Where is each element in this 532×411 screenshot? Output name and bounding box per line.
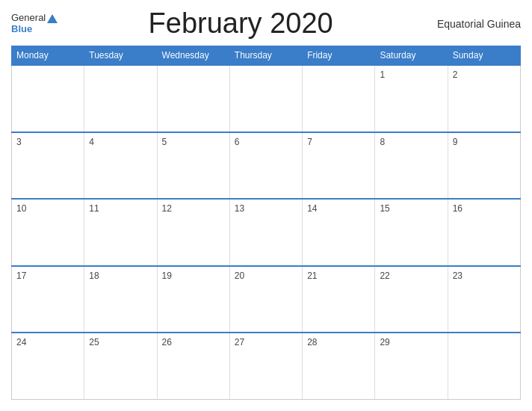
calendar-day-cell: 25 <box>84 333 157 400</box>
day-number: 29 <box>380 337 389 347</box>
calendar-day-header: Friday <box>303 46 375 66</box>
calendar-day-header: Tuesday <box>84 46 157 66</box>
calendar-day-cell <box>303 65 375 132</box>
day-number: 21 <box>307 271 317 281</box>
calendar-day-cell <box>12 65 84 132</box>
calendar-day-cell: 23 <box>448 266 520 333</box>
day-number: 17 <box>16 271 26 281</box>
calendar-day-cell: 9 <box>448 132 520 200</box>
day-number: 25 <box>89 337 99 347</box>
calendar-table: MondayTuesdayWednesdayThursdayFridaySatu… <box>11 46 521 400</box>
calendar-day-cell: 17 <box>12 266 84 333</box>
day-number: 6 <box>235 137 240 147</box>
calendar-day-cell: 2 <box>448 65 520 132</box>
calendar-day-cell: 28 <box>303 333 375 400</box>
logo: General Blue <box>11 13 58 34</box>
day-number: 20 <box>235 271 244 281</box>
day-number: 26 <box>162 337 172 347</box>
calendar-day-header: Wednesday <box>157 46 229 66</box>
calendar-day-cell: 3 <box>12 132 84 200</box>
page-header: General Blue February 2020 Equatorial Gu… <box>11 7 521 40</box>
day-number: 16 <box>453 203 463 214</box>
day-number: 8 <box>380 137 385 147</box>
logo-general-text: General <box>11 13 58 23</box>
calendar-day-cell: 11 <box>84 199 157 266</box>
calendar-week-row: 17181920212223 <box>12 266 521 333</box>
day-number: 14 <box>307 203 317 214</box>
logo-blue-text: Blue <box>11 24 58 34</box>
calendar-day-cell: 22 <box>375 266 448 333</box>
month-title: February 2020 <box>58 7 424 40</box>
day-number: 10 <box>16 203 26 214</box>
day-number: 4 <box>89 137 94 147</box>
day-number: 9 <box>453 137 458 147</box>
calendar-week-row: 3456789 <box>12 132 521 200</box>
day-number: 22 <box>380 271 389 281</box>
day-number: 23 <box>453 271 463 281</box>
calendar-day-cell: 12 <box>157 199 229 266</box>
logo-triangle-icon <box>47 14 58 23</box>
day-number: 24 <box>16 337 26 347</box>
calendar-week-row: 10111213141516 <box>12 199 521 266</box>
day-number: 2 <box>453 69 458 80</box>
calendar-day-header: Monday <box>12 46 84 66</box>
calendar-day-cell: 24 <box>12 333 84 400</box>
calendar-day-header: Sunday <box>448 46 520 66</box>
day-number: 5 <box>162 137 167 147</box>
calendar-day-cell: 15 <box>375 199 448 266</box>
calendar-week-row: 242526272829 <box>12 333 521 400</box>
calendar-week-row: 12 <box>12 65 521 132</box>
day-number: 19 <box>162 271 172 281</box>
country-label: Equatorial Guinea <box>424 18 521 30</box>
calendar-day-cell: 6 <box>229 132 302 200</box>
day-number: 18 <box>89 271 99 281</box>
day-number: 28 <box>307 337 317 347</box>
calendar-day-cell: 27 <box>229 333 302 400</box>
calendar-day-cell: 20 <box>229 266 302 333</box>
calendar-header-row: MondayTuesdayWednesdayThursdayFridaySatu… <box>12 46 521 66</box>
calendar-day-header: Saturday <box>375 46 448 66</box>
day-number: 13 <box>235 203 244 214</box>
day-number: 7 <box>307 137 312 147</box>
calendar-day-header: Thursday <box>229 46 302 66</box>
calendar-day-cell: 1 <box>375 65 448 132</box>
day-number: 11 <box>89 203 99 214</box>
calendar-day-cell: 14 <box>303 199 375 266</box>
calendar-day-cell <box>448 333 520 400</box>
calendar-day-cell <box>229 65 302 132</box>
calendar-day-cell: 19 <box>157 266 229 333</box>
calendar-day-cell: 10 <box>12 199 84 266</box>
calendar-day-cell: 18 <box>84 266 157 333</box>
day-number: 12 <box>162 203 172 214</box>
calendar-day-cell: 4 <box>84 132 157 200</box>
calendar-day-cell: 16 <box>448 199 520 266</box>
day-number: 3 <box>16 137 22 147</box>
calendar-day-cell: 7 <box>303 132 375 200</box>
day-number: 27 <box>235 337 244 347</box>
calendar-day-cell: 26 <box>157 333 229 400</box>
calendar-day-cell: 13 <box>229 199 302 266</box>
calendar-day-cell: 5 <box>157 132 229 200</box>
calendar-day-cell <box>157 65 229 132</box>
calendar-body: 1234567891011121314151617181920212223242… <box>12 65 521 400</box>
calendar-day-cell: 21 <box>303 266 375 333</box>
calendar-day-cell <box>84 65 157 132</box>
day-number: 1 <box>380 69 385 80</box>
day-number: 15 <box>380 203 389 214</box>
calendar-day-cell: 29 <box>375 333 448 400</box>
calendar-day-cell: 8 <box>375 132 448 200</box>
